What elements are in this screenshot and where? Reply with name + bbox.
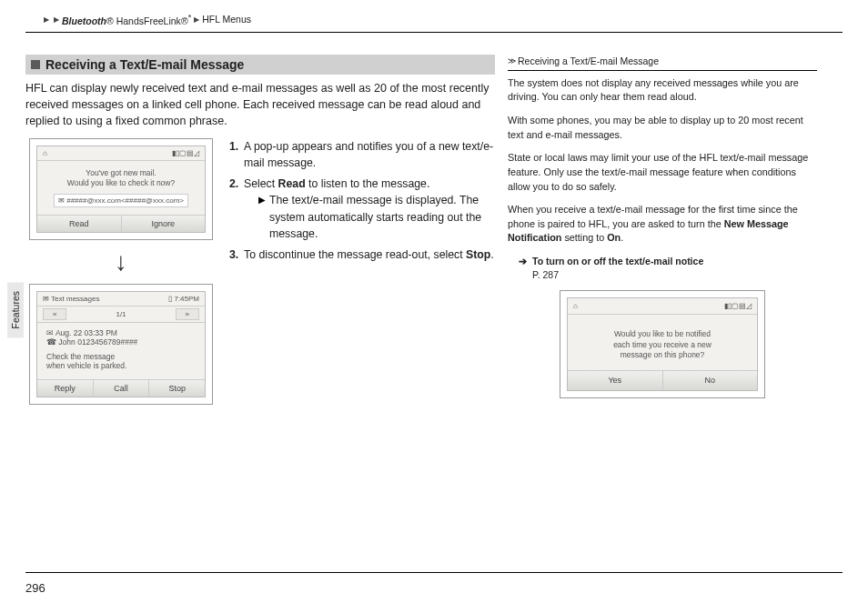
square-bullet-icon (31, 60, 40, 69)
msg-body-l1: Check the message (46, 352, 196, 361)
page-count: 1/1 (70, 310, 171, 318)
xref-page: P. 287 (532, 269, 559, 280)
step2-sub: The text/e-mail message is displayed. Th… (269, 192, 495, 242)
sidebar-title-text: Receiving a Text/E-mail Message (518, 55, 659, 68)
triangle-bullet-icon: ▶ (258, 192, 266, 242)
sidebar-title: ≫ Receiving a Text/E-mail Message (508, 55, 817, 71)
breadcrumb: ▶▶ Bluetooth® HandsFreeLink®* ▶ HFL Menu… (25, 13, 843, 26)
side-p2: With some phones, you may be able to dis… (508, 114, 817, 142)
screenshot-frame-1: ⌂ ▮▯▢▤◿ You've got new mail. Would you l… (29, 138, 213, 240)
screenshot-frame-3: ⌂ ▮▯▢▤◿ Would you like to be notified ea… (560, 290, 765, 398)
msg-sender: ☎ John 0123456789#### (46, 337, 196, 347)
yes-button: Yes (568, 371, 663, 390)
side-p3: State or local laws may limit your use o… (508, 151, 817, 194)
page-number: 296 (25, 581, 45, 595)
bc-bluetooth: Bluetooth (62, 15, 106, 26)
prev-button: « (43, 308, 66, 320)
arrow-icon: ▶ (54, 15, 59, 24)
footnote-star: * (188, 13, 192, 22)
notify-l1: Would you like to be notified (584, 329, 741, 339)
side-p4: When you receive a text/e-mail message f… (508, 203, 817, 246)
screenshot-frame-2: ✉ Text messages ▯ 7:45PM « 1/1 » ✉ Aug. … (29, 284, 213, 405)
msg-timestamp: ✉ Aug. 22 03:33 PM (46, 328, 196, 337)
reg-mark: ® (181, 15, 188, 26)
step-1: 1.A pop-up appears and notifies you of a… (229, 138, 495, 172)
section-heading: Receiving a Text/E-mail Message (25, 55, 495, 75)
home-icon: ⌂ (43, 149, 47, 157)
steps-list: 1.A pop-up appears and notifies you of a… (229, 138, 495, 405)
section-title-text: Receiving a Text/E-mail Message (45, 57, 244, 72)
reg-mark: ® (106, 15, 114, 26)
next-button: » (176, 308, 199, 320)
no-button: No (663, 371, 758, 390)
notify-l2: each time you receive a new (584, 340, 741, 350)
popup-line1: You've got new mail. (46, 168, 196, 178)
divider (25, 32, 843, 33)
xref: ➔ To turn on or off the text/e-mail noti… (519, 255, 817, 282)
intro-paragraph: HFL can display newly received text and … (25, 80, 495, 129)
down-arrow-icon: ↓ (25, 247, 217, 276)
divider-bottom (25, 572, 843, 573)
status-icons: ▮▯▢▤◿ (724, 301, 752, 312)
notify-l3: message on this phone? (584, 350, 741, 360)
status-time: ▯ 7:45PM (168, 295, 199, 303)
xref-icon: ➔ (519, 255, 527, 282)
ignore-button: Ignore (122, 216, 206, 232)
popup-email: ✉ #####@xxx.com<#####@xxx.com> (54, 194, 188, 207)
bc-hfl: HandsFreeLink (114, 15, 181, 26)
text-messages-title: ✉ Text messages (43, 295, 99, 303)
reply-button: Reply (37, 380, 94, 397)
step-2: 2.Select Read to listen to the message. … (229, 176, 495, 243)
home-icon: ⌂ (573, 301, 578, 312)
read-button: Read (37, 216, 122, 232)
arrow-icon: ▶ (44, 15, 49, 24)
popup-line2: Would you like to check it now? (46, 178, 196, 188)
step3-c: . (490, 248, 493, 261)
call-button: Call (94, 380, 150, 397)
step1-text: A pop-up appears and notifies you of a n… (244, 140, 493, 169)
arrow-icon: ▶ (194, 15, 199, 24)
double-arrow-icon: ≫ (508, 55, 514, 67)
step2-read: Read (278, 177, 306, 190)
step2-a: Select (244, 177, 278, 190)
msg-body-l2: when vehicle is parked. (46, 361, 196, 370)
features-tab: Features (7, 282, 24, 337)
xref-title: To turn on or off the text/e-mail notice (532, 256, 703, 266)
step-3: 3.To discontinue the message read-out, s… (229, 246, 495, 263)
step3-a: To discontinue the message read-out, sel… (244, 248, 466, 261)
status-icons: ▮▯▢▤◿ (172, 149, 199, 157)
stop-button: Stop (149, 380, 205, 397)
step3-stop: Stop (466, 248, 490, 261)
side-p1: The system does not display any received… (508, 76, 817, 105)
step2-c: to listen to the message. (306, 177, 430, 190)
bc-menus: HFL Menus (202, 14, 251, 25)
